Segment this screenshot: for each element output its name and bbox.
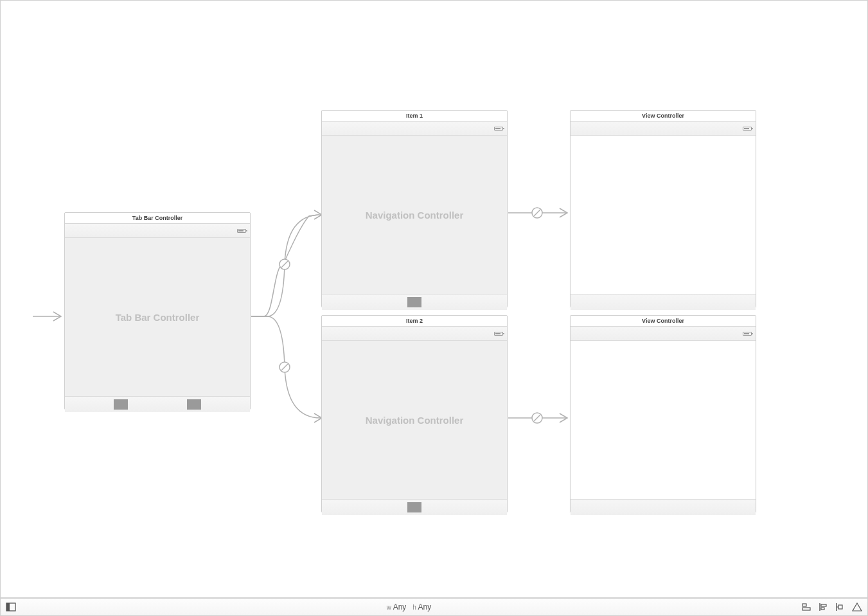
scene-navigation-controller-1[interactable]: Item 1 Navigation Controller <box>321 110 508 307</box>
scene-body-label: Tab Bar Controller <box>116 312 200 323</box>
svg-rect-9 <box>6 603 10 611</box>
tab-bar[interactable] <box>322 499 507 515</box>
scene-statusbar <box>571 122 756 136</box>
scene-body-label: Navigation Controller <box>366 415 464 426</box>
tab-bar-item[interactable] <box>407 297 421 307</box>
svg-rect-11 <box>802 608 810 610</box>
scene-title: View Controller <box>571 316 756 327</box>
scene-title: View Controller <box>571 111 756 122</box>
size-class-h: Any <box>418 602 432 611</box>
size-class-w: Any <box>393 602 407 611</box>
align-stack-icon[interactable] <box>802 602 812 611</box>
battery-icon <box>237 229 246 233</box>
scene-statusbar <box>322 327 507 341</box>
scene-body[interactable]: Navigation Controller <box>322 341 507 499</box>
scene-statusbar <box>322 122 507 136</box>
scene-view-controller-1[interactable]: View Controller <box>570 110 756 307</box>
align-edges-icon[interactable] <box>819 602 829 611</box>
tab-bar-item[interactable] <box>407 502 421 512</box>
scene-body[interactable]: Tab Bar Controller <box>65 238 250 396</box>
svg-point-2 <box>279 362 290 372</box>
svg-rect-10 <box>802 604 806 606</box>
tab-bar[interactable] <box>322 294 507 310</box>
canvas-bottom-bar: w Any h Any <box>0 598 868 616</box>
svg-rect-13 <box>821 604 826 606</box>
scene-tabbar-controller[interactable]: Tab Bar Controller Tab Bar Controller <box>64 212 251 410</box>
scene-toolbar <box>571 294 756 310</box>
battery-icon <box>743 127 752 131</box>
svg-line-7 <box>534 415 540 421</box>
scene-toolbar <box>571 499 756 515</box>
storyboard-canvas[interactable]: Tab Bar Controller Tab Bar Controller It… <box>0 0 868 598</box>
scene-title: Tab Bar Controller <box>65 213 250 224</box>
tab-bar[interactable] <box>65 396 250 412</box>
scene-view-controller-2[interactable]: View Controller <box>570 315 756 512</box>
scene-body[interactable] <box>571 341 756 499</box>
scene-statusbar <box>65 224 250 238</box>
tab-bar-item[interactable] <box>114 399 128 410</box>
svg-line-5 <box>534 210 540 216</box>
battery-icon <box>743 332 752 336</box>
tab-bar-item[interactable] <box>187 399 201 410</box>
svg-point-0 <box>279 259 290 269</box>
document-outline-toggle-icon[interactable] <box>6 602 16 611</box>
size-class-h-prefix: h <box>412 604 416 611</box>
svg-line-1 <box>281 261 288 267</box>
size-class-control[interactable]: w Any h Any <box>16 602 802 611</box>
svg-point-4 <box>532 208 542 218</box>
scene-title: Item 2 <box>322 316 507 327</box>
scene-body[interactable] <box>571 136 756 294</box>
svg-point-6 <box>532 413 542 423</box>
svg-line-3 <box>281 364 288 370</box>
scene-body-label: Navigation Controller <box>366 210 464 221</box>
pin-constraints-icon[interactable] <box>835 602 846 611</box>
size-class-w-prefix: w <box>387 604 391 611</box>
scene-title: Item 1 <box>322 111 507 122</box>
battery-icon <box>494 332 503 336</box>
battery-icon <box>494 127 503 131</box>
svg-rect-14 <box>821 608 824 610</box>
svg-rect-16 <box>838 605 842 609</box>
scene-body[interactable]: Navigation Controller <box>322 136 507 294</box>
scene-statusbar <box>571 327 756 341</box>
scene-navigation-controller-2[interactable]: Item 2 Navigation Controller <box>321 315 508 512</box>
resolve-issues-icon[interactable] <box>852 602 862 611</box>
